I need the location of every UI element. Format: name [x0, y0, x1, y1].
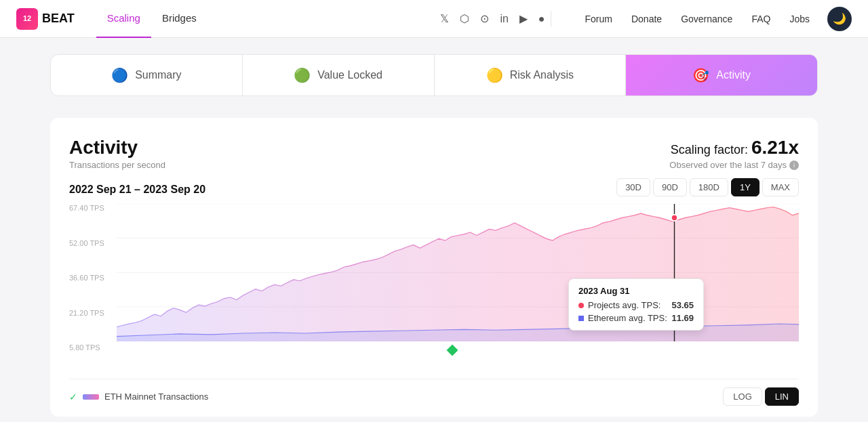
chart-title: Activity	[69, 137, 165, 159]
info-icon[interactable]: i	[789, 161, 799, 170]
youtube-icon[interactable]: ▶	[519, 12, 528, 25]
tab-bar: 🔵 Summary 🟢 Value Locked 🟡 Risk Analysis…	[50, 54, 818, 96]
tps-label-4: 5.80 TPS	[69, 343, 117, 352]
logo-text: BEAT	[42, 12, 75, 26]
period-max[interactable]: MAX	[762, 178, 799, 196]
tab-activity[interactable]: 🎯 Activity	[626, 55, 817, 96]
nav-links: Scaling Bridges	[96, 0, 208, 38]
tab-activity-label: Activity	[716, 69, 751, 81]
chart-wrapper: 67.40 TPS 52.00 TPS 36.60 TPS 21.20 TPS …	[69, 204, 799, 373]
period-180d[interactable]: 180D	[690, 178, 728, 196]
chart-tooltip: 2023 Aug 31 Projects avg. TPS: 53.65 Eth…	[568, 278, 704, 331]
legend-checkmark: ✓	[69, 392, 77, 402]
tps-labels: 67.40 TPS 52.00 TPS 36.60 TPS 21.20 TPS …	[69, 204, 117, 352]
date-range: 2022 Sep 21 – 2023 Sep 20	[69, 184, 205, 196]
scaling-info: Scaling factor: 6.21x Observed over the …	[669, 137, 799, 170]
navbar: 12 BEAT Scaling Bridges 𝕏 ⬡ ⊙ in ▶ ● For…	[0, 0, 868, 38]
tab-risk-analysis[interactable]: 🟡 Risk Analysis	[435, 55, 627, 96]
tps-label-3: 21.20 TPS	[69, 309, 117, 317]
svg-point-7	[671, 215, 677, 221]
tab-risk-analysis-label: Risk Analysis	[510, 69, 574, 81]
scaling-label: Scaling factor: 6.21x	[669, 137, 799, 159]
nav-donate[interactable]: Donate	[625, 11, 669, 27]
period-30d[interactable]: 30D	[616, 178, 650, 196]
linkedin-icon[interactable]: in	[500, 13, 508, 25]
nav-jobs[interactable]: Jobs	[783, 11, 816, 27]
period-1y[interactable]: 1Y	[731, 178, 760, 196]
discord-icon[interactable]: ⬡	[460, 12, 469, 25]
tooltip-row-projects: Projects avg. TPS: 53.65	[578, 300, 694, 310]
projects-dot	[578, 303, 584, 308]
main-content: 🔵 Summary 🟢 Value Locked 🟡 Risk Analysis…	[34, 38, 834, 422]
nav-right: Forum Donate Governance FAQ Jobs 🌙	[578, 7, 852, 31]
period-90d[interactable]: 90D	[653, 178, 687, 196]
tab-summary-label: Summary	[135, 69, 181, 81]
nav-divider	[551, 11, 551, 27]
ethereum-square	[578, 316, 584, 321]
video-icon[interactable]: ●	[538, 13, 545, 25]
chart-title-area: Activity Transactions per second	[69, 137, 165, 170]
tooltip-projects-key: Projects avg. TPS:	[588, 300, 667, 310]
value-locked-icon: 🟢	[294, 67, 311, 83]
scaling-value: 6.21x	[751, 137, 799, 158]
scaling-note: Observed over the last 7 days i	[669, 160, 799, 170]
chart-header: Activity Transactions per second Scaling…	[69, 137, 799, 170]
tooltip-projects-val: 53.65	[671, 300, 694, 310]
github-icon[interactable]: ⊙	[480, 12, 489, 25]
tps-label-1: 52.00 TPS	[69, 239, 117, 247]
nav-governance[interactable]: Governance	[674, 11, 739, 27]
scale-lin[interactable]: LIN	[765, 387, 799, 406]
tab-value-locked-label: Value Locked	[317, 69, 382, 81]
nav-forum[interactable]: Forum	[578, 11, 619, 27]
nav-social: 𝕏 ⬡ ⊙ in ▶ ●	[440, 12, 545, 25]
risk-analysis-icon: 🟡	[486, 67, 503, 83]
legend-eth-mainnet[interactable]: ✓ ETH Mainnet Transactions	[69, 392, 208, 402]
activity-icon: 🎯	[692, 67, 709, 83]
chart-subtitle: Transactions per second	[69, 160, 165, 170]
nav-faq[interactable]: FAQ	[745, 11, 777, 27]
twitter-icon[interactable]: 𝕏	[440, 12, 449, 25]
tps-label-2: 36.60 TPS	[69, 274, 117, 282]
nav-scaling[interactable]: Scaling	[96, 0, 151, 38]
tab-value-locked[interactable]: 🟢 Value Locked	[243, 55, 435, 96]
tooltip-row-ethereum: Ethereum avg. TPS: 11.69	[578, 313, 694, 323]
diamond-marker	[446, 345, 458, 356]
logo[interactable]: 12 BEAT	[16, 8, 75, 30]
legend-color-bar	[83, 394, 99, 400]
chart-section: Activity Transactions per second Scaling…	[50, 118, 818, 417]
nav-bridges[interactable]: Bridges	[151, 0, 208, 38]
scale-log[interactable]: LOG	[723, 387, 762, 406]
summary-icon: 🔵	[111, 67, 128, 83]
period-buttons: 30D 90D 180D 1Y MAX	[616, 178, 799, 196]
tps-label-0: 67.40 TPS	[69, 204, 117, 212]
legend-label: ETH Mainnet Transactions	[104, 392, 208, 402]
theme-toggle[interactable]: 🌙	[827, 7, 852, 31]
logo-icon: 12	[16, 8, 38, 30]
chart-bottom: ✓ ETH Mainnet Transactions LOG LIN	[69, 379, 799, 417]
tab-summary[interactable]: 🔵 Summary	[51, 55, 243, 96]
scale-buttons: LOG LIN	[723, 387, 799, 406]
tooltip-ethereum-key: Ethereum avg. TPS:	[588, 313, 667, 323]
tooltip-ethereum-val: 11.69	[671, 313, 694, 323]
tooltip-date: 2023 Aug 31	[578, 286, 694, 296]
logo-number: 12	[23, 15, 31, 22]
